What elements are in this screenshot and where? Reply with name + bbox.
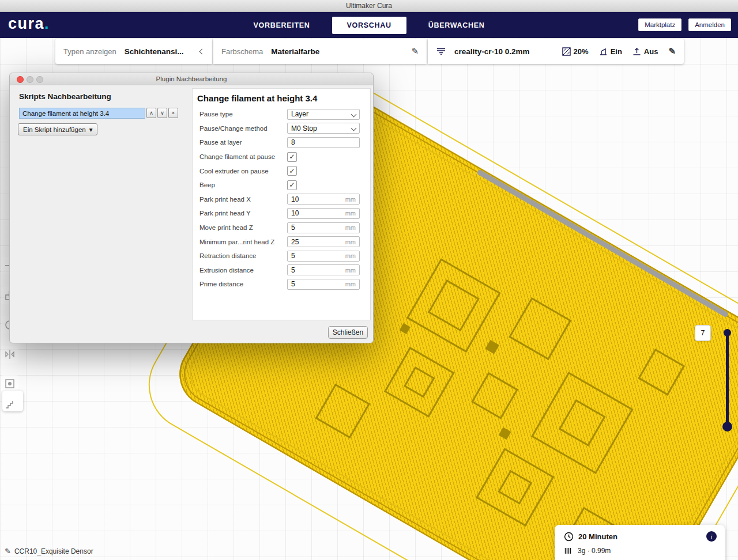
- support-icon: [599, 47, 608, 56]
- scripts-heading: Skripts Nachbearbeitung: [19, 92, 111, 101]
- stairs-icon: [5, 400, 14, 408]
- layer-slider-top-handle[interactable]: [724, 329, 731, 336]
- printer-icon: [436, 47, 446, 56]
- tab-vorbereiten[interactable]: VORBEREITEN: [247, 17, 317, 34]
- marketplace-button[interactable]: Marktplatz: [638, 18, 681, 31]
- edit-icon[interactable]: ✎: [411, 46, 419, 56]
- material-estimate-row: 3g · 0.99m: [564, 547, 611, 555]
- material-estimate: 3g · 0.99m: [578, 547, 611, 555]
- field-label: Pause at layer: [199, 139, 287, 146]
- app-header: cura. VORBEREITEN VORSCHAU ÜBERWACHEN Ma…: [0, 12, 738, 38]
- tab-ueberwachen[interactable]: ÜBERWACHEN: [421, 17, 492, 34]
- edit-print-settings-icon[interactable]: ✎: [668, 46, 676, 56]
- move-print-head-z-input[interactable]: 5mm: [287, 222, 360, 233]
- script-list-row: Change filament at height 3.4 ∧ ∨ ×: [19, 108, 178, 119]
- adhesion-icon: [632, 47, 641, 56]
- minimum-park-print-head-z-input[interactable]: 25mm: [287, 236, 360, 247]
- form-row: Extrusion distance 5mm: [193, 263, 370, 278]
- adhesion-value: Aus: [644, 47, 658, 56]
- prime-distance-input[interactable]: 5mm: [287, 279, 360, 290]
- stage-tabs: VORBEREITEN VORSCHAU ÜBERWACHEN: [0, 12, 738, 38]
- tab-vorschau[interactable]: VORSCHAU: [332, 17, 406, 34]
- script-move-down-button[interactable]: ∨: [157, 108, 167, 118]
- form-row: Park print head Y 10mm: [193, 206, 370, 221]
- field-label: Pause type: [199, 111, 287, 118]
- check-icon: ✓: [289, 181, 295, 189]
- close-dialog-button[interactable]: Schließen: [328, 326, 368, 339]
- form-row: Pause type Layer: [193, 107, 370, 122]
- dialog-minimize-button[interactable]: [27, 76, 33, 83]
- mirror-icon: [4, 349, 16, 360]
- infill-setting[interactable]: 20%: [562, 47, 589, 56]
- current-layer-indicator[interactable]: 7: [695, 325, 711, 341]
- field-label: Park print head Y: [199, 210, 287, 217]
- per-model-settings-icon: [4, 378, 16, 389]
- info-icon[interactable]: i: [706, 531, 717, 542]
- check-icon: ✓: [289, 167, 295, 175]
- collapse-left-icon[interactable]: [199, 48, 205, 54]
- rename-model-icon[interactable]: ✎: [5, 547, 11, 555]
- form-row: Change filament at pause ✓: [193, 150, 370, 164]
- script-settings-panel: Change filament at height 3.4 Pause type…: [192, 88, 371, 320]
- clock-icon: [564, 532, 574, 542]
- extension-button[interactable]: [2, 391, 23, 411]
- change-filament-checkbox[interactable]: ✓: [287, 152, 297, 162]
- signin-button[interactable]: Anmelden: [688, 18, 731, 31]
- view-type-label: Typen anzeigen: [63, 47, 116, 56]
- header-actions: Marktplatz Anmelden: [638, 18, 731, 31]
- extrusion-distance-input[interactable]: 5mm: [287, 264, 360, 275]
- support-value: Ein: [611, 47, 622, 56]
- form-row: Park print head X 10mm: [193, 192, 370, 207]
- chevron-down-icon: [351, 111, 357, 117]
- color-scheme-card: Farbschema Materialfarbe ✎: [213, 39, 427, 64]
- layer-slider-track[interactable]: [726, 333, 729, 427]
- print-settings-card: creality-cr-10 0.2mm 20% Ein Aus ✎: [428, 39, 684, 64]
- form-row: Move print head Z 5mm: [193, 221, 370, 235]
- dialog-close-button[interactable]: [17, 76, 24, 83]
- view-type-value[interactable]: Schichtenansi...: [125, 47, 184, 56]
- dialog-zoom-button[interactable]: [36, 76, 43, 83]
- per-model-settings-button[interactable]: [1, 375, 18, 392]
- layer-slider-bottom-handle[interactable]: [722, 422, 732, 432]
- time-estimate: 20 Minuten: [578, 532, 617, 541]
- pause-method-select[interactable]: M0 Stop: [287, 123, 360, 134]
- infill-value: 20%: [574, 47, 589, 56]
- field-label: Pause/Change method: [199, 125, 287, 132]
- dialog-titlebar[interactable]: Plugin Nachbearbeitung: [10, 73, 373, 85]
- support-setting[interactable]: Ein: [599, 47, 622, 56]
- field-label: Beep: [199, 181, 287, 188]
- field-label: Park print head X: [199, 196, 287, 203]
- script-settings-heading: Change filament at height 3.4: [193, 89, 370, 103]
- dialog-title: Plugin Nachbearbeitung: [156, 75, 227, 82]
- park-print-head-x-input[interactable]: 10mm: [287, 194, 360, 205]
- post-processing-dialog: Plugin Nachbearbeitung Skripts Nachbearb…: [9, 73, 374, 343]
- dialog-body: Skripts Nachbearbeitung Change filament …: [10, 85, 373, 343]
- form-row: Retraction distance 5mm: [193, 249, 370, 263]
- park-print-head-y-input[interactable]: 10mm: [287, 208, 360, 219]
- script-move-up-button[interactable]: ∧: [146, 108, 156, 118]
- view-type-card: Typen anzeigen Schichtenansi...: [55, 39, 212, 64]
- field-label: Retraction distance: [199, 252, 287, 259]
- mirror-tool-button[interactable]: [1, 346, 18, 363]
- macos-titlebar: Ultimaker Cura: [0, 0, 738, 12]
- color-scheme-value[interactable]: Materialfarbe: [271, 47, 319, 56]
- cool-extruder-checkbox[interactable]: ✓: [287, 166, 297, 176]
- adhesion-setting[interactable]: Aus: [632, 47, 658, 56]
- beep-checkbox[interactable]: ✓: [287, 180, 297, 190]
- printer-profile-value[interactable]: creality-cr-10 0.2mm: [454, 47, 530, 56]
- retraction-distance-input[interactable]: 5mm: [287, 251, 360, 262]
- form-row: Pause at layer 8: [193, 135, 370, 150]
- field-label: Minimum par...rint head Z: [199, 239, 287, 245]
- color-scheme-label: Farbschema: [221, 47, 263, 56]
- field-label: Prime distance: [199, 281, 287, 287]
- form-row: Beep ✓: [193, 178, 370, 192]
- caret-down-icon: ▾: [89, 126, 93, 134]
- model-info: ✎ CCR10_Exquisite Densor 40.0 x 80.0 x 2…: [5, 547, 93, 560]
- pause-at-layer-input[interactable]: 8: [287, 137, 360, 148]
- add-script-button[interactable]: Ein Skript hinzufügen ▾: [18, 123, 97, 135]
- pause-type-select[interactable]: Layer: [287, 109, 360, 120]
- time-estimate-row: 20 Minuten: [564, 532, 617, 542]
- form-row: Cool extruder on pause ✓: [193, 164, 370, 178]
- script-remove-button[interactable]: ×: [168, 108, 178, 118]
- selected-script-item[interactable]: Change filament at height 3.4: [19, 108, 145, 119]
